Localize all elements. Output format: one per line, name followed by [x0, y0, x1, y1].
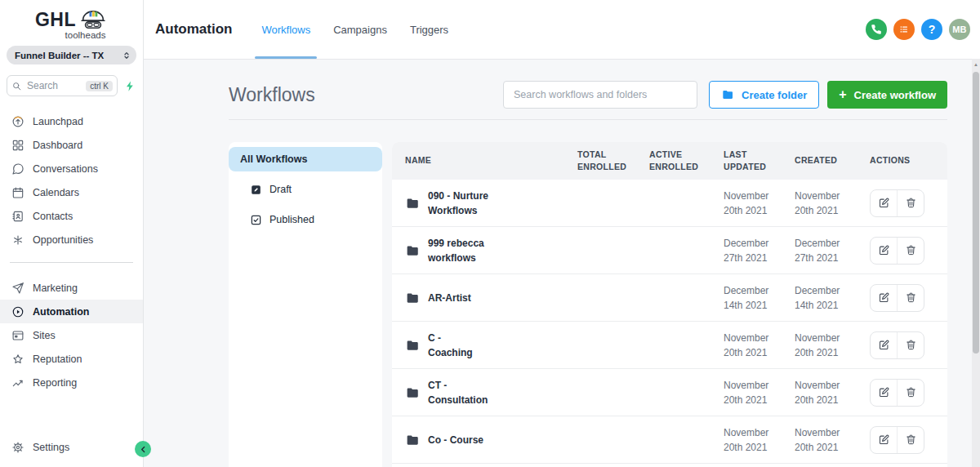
delete-button[interactable]: [898, 426, 924, 454]
sidebar-collapse-button[interactable]: [135, 441, 151, 457]
tab-workflows[interactable]: Workflows: [261, 0, 310, 59]
delete-button[interactable]: [898, 331, 924, 359]
header-divider: [229, 119, 947, 120]
workflow-folder-name[interactable]: C - Coaching: [428, 331, 473, 360]
tasks-button[interactable]: [893, 19, 915, 40]
edit-icon: [878, 386, 890, 398]
panels: All WorkflowsDraftPublished NameTotal En…: [229, 142, 947, 467]
filter-published[interactable]: Published: [229, 207, 382, 232]
tab-campaigns[interactable]: Campaigns: [333, 0, 387, 59]
table-row[interactable]: CT - ConsultationNovember 20th 2021Novem…: [392, 369, 947, 416]
sidebar-search[interactable]: Search ctrl K: [7, 75, 118, 96]
avatar[interactable]: MB: [949, 19, 970, 40]
workflow-folder-name[interactable]: CT - Consultation: [428, 378, 488, 407]
quick-actions-bolt-icon[interactable]: [124, 80, 136, 92]
workflow-folder-name[interactable]: 090 - Nurture Workflows: [428, 189, 488, 218]
brand-name: GHL: [35, 11, 76, 29]
workflow-folder-name[interactable]: Co - Course: [428, 433, 483, 447]
cell-created: November 20th 2021: [795, 189, 870, 218]
delete-button[interactable]: [898, 237, 924, 265]
trash-icon: [905, 339, 917, 351]
delete-button[interactable]: [898, 284, 924, 312]
cell-actions: [870, 237, 947, 265]
create-workflow-label: Create workflow: [854, 89, 936, 101]
nav-label: Reporting: [33, 377, 77, 389]
nav-label: Conversations: [33, 163, 98, 175]
workflow-folder-name[interactable]: 999 rebecca workflows: [428, 236, 484, 265]
scrollbar-up-arrow[interactable]: ▲: [972, 59, 980, 69]
edit-button[interactable]: [871, 426, 897, 454]
sidebar-item-automation[interactable]: Automation: [0, 300, 143, 323]
nav-label: Reputation: [33, 354, 82, 365]
task-list-icon: [898, 24, 910, 35]
sidebar-item-settings[interactable]: Settings: [0, 438, 143, 457]
sidebar-item-contacts[interactable]: Contacts: [0, 204, 143, 228]
table-row[interactable]: 999 rebecca workflowsDecember 27th 2021D…: [392, 227, 947, 274]
sidebar-item-dashboard[interactable]: Dashboard: [0, 133, 143, 157]
edit-icon: [878, 244, 890, 256]
marketing-icon: [11, 282, 24, 295]
filter-draft[interactable]: Draft: [229, 177, 382, 202]
create-workflow-button[interactable]: + Create workflow: [827, 81, 947, 109]
table-row[interactable]: AR-ArtistDecember 14th 2021December 14th…: [392, 274, 947, 322]
search-placeholder: Search: [27, 80, 81, 91]
trash-icon: [905, 434, 917, 446]
workflow-folder-name[interactable]: AR-Artist: [428, 291, 471, 305]
filter-label: Published: [270, 214, 314, 225]
brand-subtitle: toolheads: [0, 30, 143, 40]
cell-actions: [870, 284, 947, 312]
table-header-row: NameTotal EnrolledActive EnrolledLast Up…: [392, 142, 947, 180]
phone-button[interactable]: [866, 19, 887, 40]
delete-button[interactable]: [898, 379, 924, 407]
app-root: GHL toolheads Funnel Builder -- TX Searc…: [0, 0, 980, 467]
search-icon: [11, 81, 22, 91]
folder-icon: [721, 88, 734, 101]
location-switcher[interactable]: Funnel Builder -- TX: [7, 46, 136, 64]
table-row[interactable]: Co - CourseNovember 20th 2021November 20…: [392, 416, 947, 464]
sidebar-item-sites[interactable]: Sites: [0, 323, 143, 347]
nav-label: Calendars: [33, 187, 79, 198]
tab-bar: WorkflowsCampaignsTriggers: [261, 0, 448, 59]
edit-button[interactable]: [871, 237, 897, 265]
sidebar-item-reputation[interactable]: Reputation: [0, 347, 143, 371]
sidebar-item-calendars[interactable]: Calendars: [0, 180, 143, 204]
nav-label: Dashboard: [33, 140, 82, 151]
create-folder-button[interactable]: Create folder: [709, 81, 819, 109]
tab-triggers[interactable]: Triggers: [410, 0, 448, 59]
reputation-icon: [11, 353, 24, 366]
edit-icon: [878, 197, 890, 209]
edit-button[interactable]: [871, 284, 897, 312]
help-button[interactable]: ?: [921, 19, 942, 40]
sidebar-item-launchpad[interactable]: Launchpad: [0, 109, 143, 133]
table-row[interactable]: C - CoachingNovember 20th 2021November 2…: [392, 322, 947, 369]
sidebar-nav-primary: LaunchpadDashboardConversationsCalendars…: [0, 109, 143, 251]
filter-all-workflows[interactable]: All Workflows: [229, 147, 382, 171]
edit-button[interactable]: [871, 331, 897, 359]
sites-icon: [11, 329, 24, 342]
content-area: Workflows Create folder + Create workflo…: [144, 60, 980, 467]
edit-button[interactable]: [871, 189, 897, 217]
column-header-last-updated: Last Updated: [724, 149, 773, 173]
nav-label: Marketing: [33, 282, 78, 294]
edit-button[interactable]: [871, 379, 897, 407]
sidebar-item-marketing[interactable]: Marketing: [0, 276, 143, 300]
sidebar-item-conversations[interactable]: Conversations: [0, 157, 143, 180]
table-row[interactable]: 090 - Nurture WorkflowsNovember 20th 202…: [392, 180, 947, 227]
column-header-name: Name: [405, 154, 577, 167]
table-body: 090 - Nurture WorkflowsNovember 20th 202…: [392, 180, 947, 464]
vertical-scrollbar[interactable]: ▲: [972, 59, 980, 467]
folder-icon: [405, 433, 420, 447]
section-title: Workflows: [229, 84, 315, 106]
cell-last-updated: November 20th 2021: [724, 331, 795, 360]
edit-icon: [878, 434, 890, 446]
sidebar-item-reporting[interactable]: Reporting: [0, 371, 143, 394]
cell-created: December 14th 2021: [795, 283, 870, 313]
phone-icon: [871, 24, 882, 35]
trash-icon: [905, 291, 917, 304]
workflow-search-input[interactable]: [503, 81, 697, 109]
sidebar-item-opportunities[interactable]: Opportunities: [0, 228, 143, 251]
nav-label: Opportunities: [33, 234, 93, 246]
scrollbar-thumb[interactable]: [973, 72, 979, 354]
edit-icon: [878, 339, 890, 351]
delete-button[interactable]: [898, 189, 924, 217]
